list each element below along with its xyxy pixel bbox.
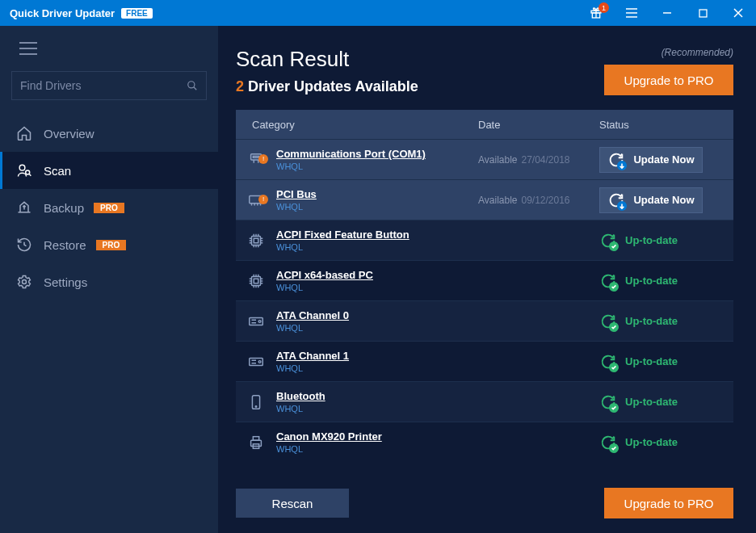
gift-button[interactable]: 1 bbox=[578, 0, 614, 26]
free-badge: FREE bbox=[121, 8, 153, 19]
svg-point-17 bbox=[258, 360, 261, 363]
hamburger-icon bbox=[19, 42, 37, 55]
updates-subtitle: 2 Driver Updates Available bbox=[236, 78, 418, 95]
maximize-icon bbox=[699, 9, 708, 18]
nav-label: Restore bbox=[44, 238, 86, 252]
table-row: ! Communications Port (COM1) WHQL Availa… bbox=[236, 139, 733, 179]
nav-item-settings[interactable]: Settings bbox=[0, 263, 218, 300]
device-icon bbox=[236, 353, 276, 371]
device-icon bbox=[236, 272, 276, 290]
sidebar: Overview Scan Backup PRO Restore PRO Set… bbox=[0, 26, 218, 533]
svg-rect-10 bbox=[252, 236, 261, 245]
table-row: Bluetooth WHQL Up-to-date bbox=[236, 381, 733, 422]
uptodate-status: Up-to-date bbox=[599, 232, 678, 250]
svg-rect-20 bbox=[251, 440, 262, 446]
table-row: ! PCI Bus WHQL Available09/12/2016 Updat… bbox=[236, 179, 733, 220]
whql-label: WHQL bbox=[276, 444, 478, 454]
nav-label: Overview bbox=[44, 127, 94, 141]
titlebar: Quick Driver Updater FREE 1 bbox=[0, 0, 756, 26]
rescan-button[interactable]: Rescan bbox=[236, 489, 349, 518]
menu-lines-icon bbox=[625, 8, 638, 18]
driver-name-link[interactable]: Communications Port (COM1) bbox=[276, 148, 478, 160]
updates-count: 2 bbox=[236, 78, 244, 94]
search-icon bbox=[187, 80, 198, 91]
uptodate-status: Up-to-date bbox=[599, 272, 678, 290]
svg-rect-11 bbox=[254, 238, 258, 243]
whql-label: WHQL bbox=[276, 162, 478, 171]
whql-label: WHQL bbox=[276, 283, 478, 292]
svg-point-15 bbox=[258, 320, 261, 322]
driver-name-link[interactable]: ATA Channel 0 bbox=[276, 309, 478, 321]
updates-text: Driver Updates Available bbox=[248, 78, 418, 94]
device-icon: ! bbox=[236, 151, 276, 169]
update-now-button[interactable]: Update Now bbox=[599, 147, 703, 173]
table-row: ATA Channel 1 WHQL Up-to-date bbox=[236, 341, 733, 381]
whql-label: WHQL bbox=[276, 363, 478, 373]
nav-label: Scan bbox=[44, 164, 71, 178]
svg-rect-21 bbox=[253, 436, 258, 440]
close-icon bbox=[733, 8, 743, 18]
driver-name-link[interactable]: PCI Bus bbox=[276, 188, 478, 200]
pro-badge: PRO bbox=[96, 240, 127, 250]
whql-label: WHQL bbox=[276, 202, 478, 212]
nav-item-scan[interactable]: Scan bbox=[0, 152, 218, 189]
device-icon bbox=[236, 434, 276, 451]
close-button[interactable] bbox=[720, 0, 756, 26]
svg-point-4 bbox=[19, 165, 25, 170]
svg-rect-13 bbox=[254, 279, 258, 283]
driver-name-link[interactable]: ACPI Fixed Feature Button bbox=[276, 229, 478, 241]
svg-rect-2 bbox=[699, 10, 707, 17]
main-panel: Scan Result 2 Driver Updates Available (… bbox=[218, 26, 756, 533]
recommended-label: (Recommended) bbox=[604, 47, 733, 58]
search-input[interactable] bbox=[20, 79, 187, 92]
page-title: Scan Result bbox=[236, 47, 418, 72]
pro-badge: PRO bbox=[94, 203, 124, 213]
nav-item-restore[interactable]: Restore PRO bbox=[0, 226, 218, 263]
upgrade-button-bottom[interactable]: Upgrade to PRO bbox=[604, 488, 733, 518]
driver-table: Category Date Status ! Communications Po… bbox=[236, 110, 733, 475]
table-row: ATA Channel 0 WHQL Up-to-date bbox=[236, 300, 733, 341]
svg-point-3 bbox=[188, 82, 195, 88]
nav-label: Settings bbox=[44, 275, 87, 289]
driver-name-link[interactable]: ACPI x64-based PC bbox=[276, 269, 478, 281]
gift-count-badge: 1 bbox=[598, 2, 609, 13]
minimize-button[interactable] bbox=[649, 0, 685, 26]
nav-item-overview[interactable]: Overview bbox=[0, 115, 218, 152]
alert-badge: ! bbox=[258, 195, 268, 204]
table-row: Canon MX920 Printer WHQL Up-to-date bbox=[236, 422, 733, 462]
nav-item-backup[interactable]: Backup PRO bbox=[0, 189, 218, 226]
alert-badge: ! bbox=[258, 154, 268, 164]
driver-date: Available27/04/2018 bbox=[478, 154, 599, 166]
table-body[interactable]: ! Communications Port (COM1) WHQL Availa… bbox=[236, 139, 733, 475]
col-category: Category bbox=[236, 119, 478, 131]
driver-date: Available09/12/2016 bbox=[478, 195, 599, 206]
nav-label: Backup bbox=[44, 201, 84, 215]
driver-name-link[interactable]: Canon MX920 Printer bbox=[276, 430, 478, 443]
svg-point-5 bbox=[26, 170, 30, 174]
search-box[interactable] bbox=[11, 71, 207, 100]
device-icon bbox=[236, 393, 276, 411]
svg-rect-12 bbox=[252, 276, 261, 285]
maximize-button[interactable] bbox=[685, 0, 720, 26]
uptodate-status: Up-to-date bbox=[599, 353, 678, 371]
col-date: Date bbox=[478, 119, 599, 131]
driver-name-link[interactable]: ATA Channel 1 bbox=[276, 350, 478, 362]
minimize-icon bbox=[662, 8, 672, 18]
app-title: Quick Driver Updater bbox=[10, 7, 115, 19]
whql-label: WHQL bbox=[276, 323, 478, 333]
table-row: ACPI x64-based PC WHQL Up-to-date bbox=[236, 260, 733, 300]
device-icon bbox=[236, 232, 276, 250]
uptodate-status: Up-to-date bbox=[599, 313, 678, 330]
svg-point-19 bbox=[255, 405, 256, 406]
whql-label: WHQL bbox=[276, 404, 478, 413]
device-icon: ! bbox=[236, 191, 276, 209]
update-now-button[interactable]: Update Now bbox=[599, 187, 703, 213]
scan-icon bbox=[16, 162, 39, 178]
home-icon bbox=[16, 125, 39, 141]
whql-label: WHQL bbox=[276, 242, 478, 252]
menu-button[interactable] bbox=[614, 0, 649, 26]
driver-name-link[interactable]: Bluetooth bbox=[276, 390, 478, 402]
hamburger-button[interactable] bbox=[0, 37, 218, 66]
upgrade-button-top[interactable]: Upgrade to PRO bbox=[604, 65, 733, 95]
table-row: ACPI Fixed Feature Button WHQL Up-to-dat… bbox=[236, 220, 733, 260]
